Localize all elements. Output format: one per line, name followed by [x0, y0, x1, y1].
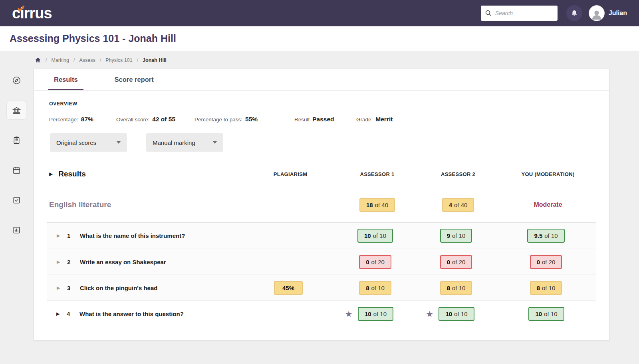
stat-label: Grade:: [356, 117, 373, 123]
assessor-1-cell: 8of 10: [334, 281, 416, 295]
search-box: [481, 6, 558, 21]
stat-value: 42 of 55: [152, 116, 175, 123]
calendar-icon: [12, 166, 21, 175]
search-icon: [485, 10, 492, 17]
bank-icon: [12, 106, 21, 115]
stat-label: Result: [294, 117, 310, 123]
moderate-link[interactable]: Moderate: [534, 201, 562, 208]
score-badge[interactable]: 18of 40: [359, 198, 395, 212]
score-badge[interactable]: 8of 10: [530, 281, 562, 295]
breadcrumb-assess[interactable]: Assess: [79, 57, 95, 63]
score-badge[interactable]: 0of 20: [440, 255, 472, 269]
avatar: [589, 5, 605, 21]
marking-dropdown[interactable]: Manual marking: [146, 133, 223, 152]
page-title: Assessing Physics 101 - Jonah Hill: [10, 33, 176, 44]
home-icon[interactable]: [35, 57, 41, 63]
screen: cirrus Julian: [0, 0, 639, 364]
column-header-plagiarism: PLAGIARISM: [244, 171, 336, 177]
expand-triangle-icon[interactable]: ▶: [56, 312, 62, 316]
moderation-cell: 0of 20: [496, 255, 596, 269]
results-section-toggle[interactable]: ▶ Results: [49, 170, 244, 178]
stat-overall-score: Overall score: 42 of 55: [116, 116, 194, 123]
plagiarism-cell: 45%: [242, 281, 334, 295]
sidebar-item-assessments[interactable]: [7, 131, 26, 149]
breadcrumb-marking[interactable]: Marking: [51, 57, 69, 63]
star-icon: ★: [426, 310, 433, 318]
score-badge[interactable]: 0of 20: [530, 255, 562, 269]
score-badge[interactable]: 10of 10: [358, 307, 393, 321]
assessor-2-cell: 9of 10: [416, 229, 496, 243]
score-badge[interactable]: 10of 10: [357, 229, 393, 243]
clipboard-icon: [12, 136, 21, 145]
tab-results[interactable]: Results: [48, 69, 83, 90]
question-title: Click on the pinguin's head: [80, 285, 242, 291]
results-table-header: ▶ Results PLAGIARISM ASSESSOR 1 ASSESSOR…: [34, 161, 609, 187]
stat-percentage: Percentage: 87%: [49, 116, 116, 123]
assessor-1-cell: ★ 10of 10: [335, 307, 417, 321]
topbar: cirrus Julian: [0, 0, 639, 26]
breadcrumb-jonah-hill: Jonah Hill: [143, 57, 167, 63]
notifications-button[interactable]: [566, 5, 582, 21]
table-row[interactable]: ▶ 3 Click on the pinguin's head 45% 8of …: [47, 275, 596, 301]
expand-triangle-icon[interactable]: ▶: [49, 172, 53, 176]
group-row-english-literature: English literature 18of 40 4of 40 Modera…: [34, 187, 609, 222]
table-row[interactable]: ▶ 2 Write an essay on Shakespear 0of 20 …: [47, 249, 596, 275]
logo-check-icon: [17, 5, 25, 12]
score-badge[interactable]: 9of 10: [440, 229, 472, 243]
sidebar-item-marking[interactable]: [7, 191, 26, 209]
score-badge[interactable]: 8of 10: [440, 281, 472, 295]
question-number: 2: [67, 259, 74, 265]
chevron-down-icon: [213, 141, 217, 144]
tab-bar: Results Score report: [34, 69, 609, 91]
assessor-2-cell: ★ 10of 10: [417, 307, 496, 321]
search-input[interactable]: [495, 10, 551, 16]
tab-score-report[interactable]: Score report: [109, 69, 159, 90]
bar-chart-icon: [12, 226, 21, 235]
group-assessor-2-cell: 4of 40: [418, 198, 498, 212]
expand-triangle-icon[interactable]: ▶: [57, 233, 62, 238]
marking-dropdown-value: Manual marking: [153, 139, 195, 146]
expand-triangle-icon[interactable]: ▶: [57, 286, 62, 290]
expand-triangle-icon[interactable]: ▶: [57, 260, 62, 264]
sidebar-item-reports[interactable]: [7, 221, 26, 239]
user-name: Julian: [609, 10, 627, 17]
filters: Original scores Manual marking: [50, 133, 609, 152]
scores-dropdown[interactable]: Original scores: [50, 133, 127, 152]
table-row[interactable]: ▶ 1 What is the name of this instrument?…: [47, 223, 596, 249]
star-icon: ★: [345, 310, 353, 318]
overview-heading: OVERVIEW: [49, 101, 596, 107]
score-badge[interactable]: 10of 10: [528, 307, 564, 321]
question-title: What is the answer to this question?: [79, 311, 243, 317]
sidebar-item-explore[interactable]: [7, 71, 26, 89]
cirrus-logo[interactable]: cirrus: [12, 6, 52, 21]
stat-grade: Grade: Merrit: [356, 116, 393, 123]
score-badge[interactable]: 8of 10: [359, 281, 391, 295]
sidebar: [6, 71, 26, 239]
plagiarism-badge[interactable]: 45%: [274, 281, 303, 295]
user-icon: [590, 8, 603, 21]
score-badge[interactable]: 0of 20: [359, 255, 391, 269]
breadcrumb-physics-101[interactable]: Physics 101: [105, 57, 132, 63]
moderation-cell: 9.5of 10: [496, 229, 596, 243]
compass-icon: [12, 76, 21, 85]
question-title: What is the name of this instrument?: [80, 232, 242, 239]
check-square-icon: [12, 196, 21, 205]
score-badge[interactable]: 9.5of 10: [527, 229, 564, 243]
table-row[interactable]: ▶ 4 What is the answer to this question?…: [47, 301, 596, 327]
group-moderation-cell: Moderate: [498, 201, 598, 208]
assessor-2-cell: 0of 20: [416, 255, 496, 269]
user-menu[interactable]: Julian: [589, 5, 627, 21]
chevron-down-icon: [117, 141, 121, 144]
score-badge[interactable]: 4of 40: [442, 198, 474, 212]
moderation-cell: 10of 10: [496, 307, 596, 321]
breadcrumb-separator: /: [137, 57, 138, 63]
sidebar-item-institution[interactable]: [7, 101, 26, 119]
bell-icon: [570, 9, 578, 17]
stat-value: Passed: [312, 116, 334, 123]
question-rows: ▶ 1 What is the name of this instrument?…: [47, 222, 596, 301]
sidebar-item-schedule[interactable]: [7, 161, 26, 179]
page-title-bar: Assessing Physics 101 - Jonah Hill: [0, 26, 639, 51]
breadcrumb-separator: /: [46, 57, 47, 63]
column-header-assessor-2: ASSESSOR 2: [418, 171, 498, 177]
score-badge[interactable]: 10of 10: [439, 307, 474, 321]
